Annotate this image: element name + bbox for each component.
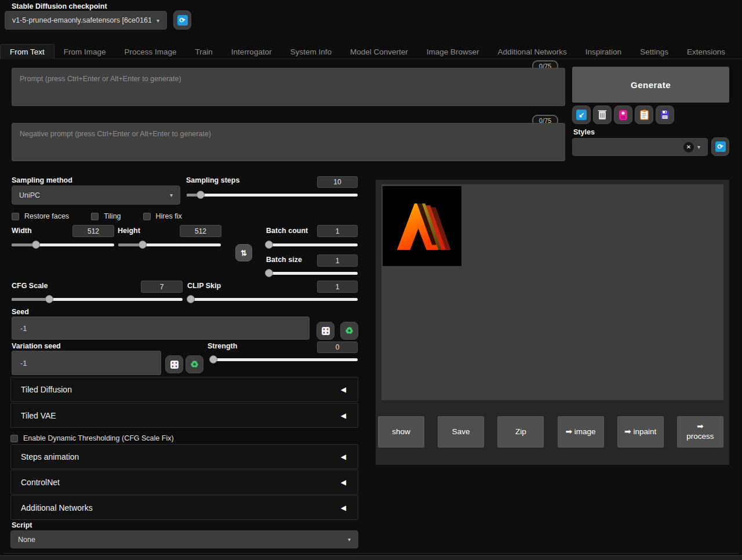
sampling-steps-slider[interactable] (187, 191, 358, 199)
sampling-steps-value[interactable]: 10 (317, 176, 358, 188)
tab-inspiration[interactable]: Inspiration (576, 45, 631, 59)
dice-icon (321, 326, 330, 336)
tab-image-browser[interactable]: Image Browser (417, 45, 489, 59)
tiling-label: Tiling (104, 212, 121, 220)
zip-button[interactable]: Zip (497, 416, 544, 448)
tab-settings[interactable]: Settings (631, 45, 678, 59)
tab-from-text[interactable]: From Text (0, 44, 54, 59)
negative-prompt-input[interactable] (12, 123, 565, 161)
prompt-input[interactable] (12, 68, 565, 106)
send-to-process-button[interactable]: ➡ process (677, 416, 723, 448)
accordion-controlnet[interactable]: ControlNet ◀ (10, 470, 358, 494)
width-value[interactable]: 512 (72, 225, 114, 237)
strength-slider[interactable] (210, 355, 358, 363)
collapse-arrow-icon: ◀ (341, 386, 346, 394)
extra-networks-button[interactable] (614, 106, 632, 124)
apply-styles-button[interactable] (635, 106, 653, 124)
checkpoint-select[interactable]: v1-5-pruned-emaonly.safetensors [6ce0161… (5, 11, 167, 30)
restore-faces-toggle[interactable]: Restore faces (12, 212, 69, 220)
cfg-scale-slider[interactable] (12, 295, 183, 303)
artroom-logo (391, 195, 453, 257)
tab-train[interactable]: Train (186, 45, 222, 59)
checkbox-icon[interactable] (10, 435, 18, 442)
tab-additional-networks[interactable]: Additional Networks (489, 45, 576, 59)
clip-skip-slider[interactable] (187, 295, 358, 303)
script-select[interactable]: None ▾ (10, 530, 358, 548)
tiling-toggle[interactable]: Tiling (91, 212, 121, 220)
styles-refresh-button[interactable]: ⟳ (711, 137, 729, 156)
checkbox-icon[interactable] (91, 213, 99, 220)
random-seed-button[interactable] (317, 322, 334, 340)
generate-button[interactable]: Generate (572, 67, 729, 103)
checkbox-icon[interactable] (143, 213, 151, 220)
tab-process-image[interactable]: Process Image (115, 45, 186, 59)
accordion-title: Tiled Diffusion (21, 385, 72, 394)
batch-size-value[interactable]: 1 (317, 254, 358, 267)
width-slider[interactable] (12, 241, 114, 249)
save-button[interactable]: Save (438, 416, 484, 448)
swap-icon: ⇅ (241, 249, 247, 257)
sampling-method-select[interactable]: UniPC ▾ (12, 186, 180, 205)
height-value[interactable]: 512 (180, 225, 221, 237)
variation-seed-label: Variation seed (12, 342, 61, 350)
script-label: Script (12, 521, 32, 529)
accordion-tiled-vae[interactable]: Tiled VAE ◀ (10, 403, 358, 428)
checkpoint-value: v1-5-pruned-emaonly.safetensors [6ce0161… (12, 16, 151, 24)
swap-dimensions-button[interactable]: ⇅ (235, 244, 252, 261)
script-value: None (18, 536, 35, 544)
restore-faces-label: Restore faces (24, 212, 69, 220)
dynamic-thresholding-toggle[interactable]: Enable Dynamic Thresholding (CFG Scale F… (10, 434, 174, 442)
bottom-strip (0, 555, 742, 560)
tab-model-converter[interactable]: Model Converter (341, 45, 417, 59)
hires-fix-toggle[interactable]: Hires fix (143, 212, 182, 220)
chevron-down-icon: ▾ (348, 536, 351, 543)
dice-icon (170, 360, 179, 369)
checkbox-icon[interactable] (12, 213, 19, 220)
height-slider[interactable] (118, 241, 221, 249)
clip-skip-value[interactable]: 1 (317, 281, 358, 293)
reuse-seed-button[interactable]: ♻ (340, 322, 358, 340)
send-to-image-button[interactable]: ➡ image (558, 416, 604, 448)
cfg-scale-value[interactable]: 7 (141, 281, 183, 293)
accordion-title: Additional Networks (21, 503, 93, 512)
checkpoint-refresh-button[interactable]: ⟳ (173, 10, 191, 30)
save-style-button[interactable] (656, 106, 674, 124)
batch-size-slider[interactable] (266, 269, 358, 277)
send-to-inpaint-button[interactable]: ➡ inpaint (617, 416, 664, 448)
batch-count-value[interactable]: 1 (317, 225, 358, 237)
tab-extensions[interactable]: Extensions (678, 45, 734, 59)
styles-select[interactable]: ✕ ▾ (572, 138, 708, 156)
chevron-down-icon: ▾ (157, 17, 159, 24)
clear-icon[interactable]: ✕ (683, 142, 694, 152)
clear-prompt-button[interactable] (593, 106, 612, 124)
accordion-steps-animation[interactable]: Steps animation ◀ (10, 444, 358, 469)
clipboard-icon (640, 110, 649, 120)
accordion-additional-networks[interactable]: Additional Networks ◀ (10, 495, 358, 520)
styles-label: Styles (573, 128, 595, 136)
output-image-thumbnail[interactable] (383, 186, 461, 266)
show-button[interactable]: show (378, 416, 424, 448)
accordion-title: Steps animation (21, 452, 79, 461)
batch-count-label: Batch count (266, 227, 308, 235)
variation-seed-input[interactable] (12, 351, 161, 375)
main-tabbar: From Text From Image Process Image Train… (0, 46, 732, 59)
palette-icon (619, 110, 628, 121)
collapse-arrow-icon: ◀ (341, 412, 346, 420)
accordion-tiled-diffusion[interactable]: Tiled Diffusion ◀ (10, 377, 358, 402)
paste-params-button[interactable]: ↙ (572, 106, 591, 124)
accordion-title: Tiled VAE (21, 411, 56, 420)
sampling-steps-label: Sampling steps (186, 176, 239, 184)
seed-input[interactable] (12, 317, 310, 340)
strength-value[interactable]: 0 (317, 341, 358, 353)
reuse-variation-seed-button[interactable]: ♻ (186, 355, 203, 373)
tab-system-info[interactable]: System Info (281, 45, 341, 59)
height-label: Height (118, 227, 140, 235)
tab-interrogator[interactable]: Interrogator (222, 45, 281, 59)
random-variation-seed-button[interactable] (165, 355, 183, 373)
gallery-button-row: show Save Zip ➡ image ➡ inpaint ➡ proces… (378, 416, 723, 448)
trash-icon (598, 110, 607, 120)
tab-from-image[interactable]: From Image (54, 45, 115, 59)
batch-count-slider[interactable] (266, 241, 358, 249)
collapse-arrow-icon: ◀ (341, 478, 346, 486)
clip-skip-label: CLIP Skip (187, 282, 221, 290)
